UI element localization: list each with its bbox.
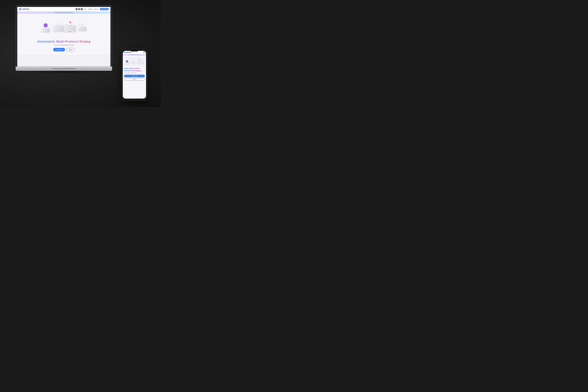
phone-eth: Ξ bbox=[130, 59, 135, 64]
twitter-icon[interactable]: 𝕏 bbox=[76, 8, 77, 10]
site-banner: Check out our first Atlantic WETH vault … bbox=[17, 12, 110, 14]
phone-logo-text: LOBSTER bbox=[125, 52, 131, 53]
phone-aave-icon: A bbox=[126, 60, 128, 62]
uniswap-icon: 🦄 bbox=[67, 20, 72, 25]
platform-usdc: $ bbox=[78, 22, 86, 31]
scene: L LOBSTER 𝕏 ▣ ✈ Docs Academy About us bbox=[10, 3, 151, 104]
site-logo: L LOBSTER bbox=[19, 8, 29, 10]
launch-app-button[interactable]: Launch app bbox=[53, 48, 65, 52]
laptop-shadow bbox=[23, 70, 105, 74]
phone-docs-button[interactable]: Docs bbox=[124, 78, 145, 80]
nav-links: Docs Academy About us bbox=[84, 8, 99, 10]
site-navbar: L LOBSTER 𝕏 ▣ ✈ Docs Academy About us bbox=[17, 7, 110, 12]
platform-ethereum: Ξ bbox=[53, 21, 64, 32]
phone-hero: A Ξ 🦄 $ Automate bbox=[123, 56, 146, 82]
phone-device: LOBSTER Check out our first Atlantic WET… bbox=[121, 49, 147, 100]
nav-right: 𝕏 ▣ ✈ Docs Academy About us Launch app bbox=[76, 8, 108, 10]
usdc-base bbox=[78, 27, 86, 31]
phone-eth-icon: Ξ bbox=[132, 59, 134, 62]
ethereum-base bbox=[53, 26, 64, 32]
ethereum-icon: Ξ bbox=[56, 21, 61, 25]
phone-logo-icon bbox=[124, 52, 125, 53]
phone-aave: A bbox=[125, 60, 129, 65]
phone-usdc: $ bbox=[140, 60, 144, 64]
phone-usdc-base bbox=[140, 62, 144, 64]
phone-eth-base bbox=[130, 62, 135, 64]
nav-academy[interactable]: Academy bbox=[88, 8, 93, 10]
phone-launch-app-button[interactable]: Launch app bbox=[124, 75, 145, 77]
nav-docs[interactable]: Docs bbox=[84, 8, 86, 10]
uniswap-label: UNISWAP bbox=[66, 30, 73, 33]
laptop-device: L LOBSTER 𝕏 ▣ ✈ Docs Academy About us bbox=[16, 5, 112, 74]
discord-icon[interactable]: ▣ bbox=[78, 8, 80, 10]
laptop-screen: L LOBSTER 𝕏 ▣ ✈ Docs Academy About us bbox=[17, 7, 110, 66]
phone-banner: Check out our first Atlantic WETH vault … bbox=[123, 54, 146, 56]
aave-icon: AAVE bbox=[43, 23, 48, 28]
phone-illustration: A Ξ 🦄 $ bbox=[124, 57, 145, 66]
phone-navbar: LOBSTER bbox=[123, 51, 146, 54]
phone-logo: LOBSTER bbox=[124, 52, 131, 53]
nav-about[interactable]: About us bbox=[94, 8, 99, 10]
telegram-icon[interactable]: ✈ bbox=[81, 8, 83, 10]
phone-menu-icon[interactable] bbox=[143, 52, 145, 53]
phone-hero-title: Automated, Multi-Protocol Strategies. bbox=[124, 67, 145, 72]
laptop-base bbox=[16, 66, 112, 69]
phone-screen: LOBSTER Check out our first Atlantic WET… bbox=[123, 51, 146, 98]
docs-button[interactable]: Docs bbox=[66, 48, 74, 52]
hero-subtitle: Let your crypto work the best way. bbox=[54, 44, 74, 46]
platform-group: AAVE Ξ 🦄 bbox=[38, 17, 90, 38]
social-icons: 𝕏 ▣ ✈ bbox=[76, 8, 83, 10]
hero-buttons: Launch app Docs bbox=[53, 48, 75, 52]
banner-text: Check out our first Atlantic WETH vault … bbox=[54, 12, 73, 13]
hero-illustration: AAVE Ξ 🦄 bbox=[21, 16, 107, 40]
phone-banner-text: Check out our first Atlantic WETH vault … bbox=[128, 54, 141, 55]
usdc-icon: $ bbox=[80, 22, 84, 26]
phone-aave-base bbox=[125, 63, 129, 65]
phone-usdc-icon: $ bbox=[140, 60, 143, 62]
launch-app-button-nav[interactable]: Launch app bbox=[100, 8, 108, 10]
logo-text: LOBSTER bbox=[21, 8, 29, 10]
uniswap-base: UNISWAP bbox=[64, 26, 76, 32]
logo-icon: L bbox=[19, 8, 21, 10]
aave-base bbox=[41, 28, 50, 32]
platform-aave: AAVE bbox=[41, 23, 50, 32]
hero-title: Automated, Multi-Protocol Strateg bbox=[37, 40, 90, 44]
platform-uniswap: 🦄 UNISWAP bbox=[64, 20, 76, 32]
laptop-screen-wrapper: L LOBSTER 𝕏 ▣ ✈ Docs Academy About us bbox=[16, 5, 112, 66]
site-hero: AAVE Ξ 🦄 bbox=[17, 14, 110, 55]
phone-hero-subtitle: Let your crypto work the best way. bbox=[124, 72, 145, 73]
